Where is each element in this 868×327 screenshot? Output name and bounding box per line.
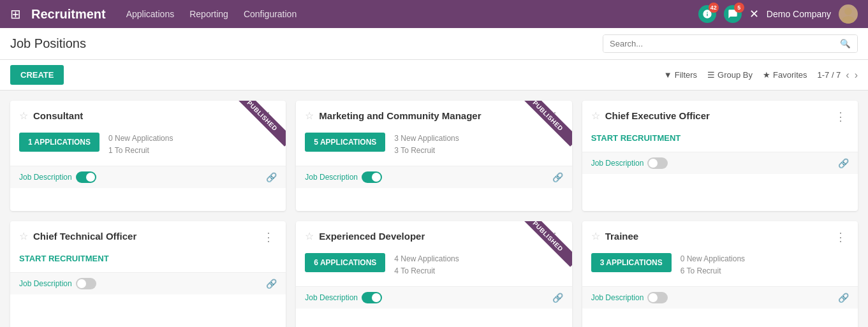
job-desc-section: Job Description (305, 171, 382, 183)
card-footer: Job Description 🔗 (10, 166, 286, 188)
job-desc-toggle[interactable] (647, 157, 668, 169)
menu-item-reporting[interactable]: Reporting (189, 9, 228, 19)
external-link-icon[interactable]: 🔗 (838, 293, 849, 303)
card-footer: Job Description 🔗 (296, 286, 571, 309)
activity-badge: 42 (709, 3, 719, 13)
favorite-star-icon[interactable]: ☆ (19, 110, 28, 122)
app-stats: 0 New Applications 1 To Recruit (108, 133, 173, 157)
external-link-icon[interactable]: 🔗 (266, 279, 277, 289)
close-icon[interactable]: ✕ (749, 7, 759, 21)
app-stats: 4 New Applications 4 To Recruit (394, 253, 459, 277)
job-desc-section: Job Description (305, 292, 382, 303)
external-link-icon[interactable]: 🔗 (552, 172, 563, 182)
applications-button[interactable]: 6 APPLICATIONS (305, 253, 385, 272)
favorite-star-icon[interactable]: ☆ (305, 230, 314, 242)
new-apps: 0 New Applications (680, 253, 745, 265)
search-input[interactable] (603, 35, 834, 52)
activity-button[interactable]: 42 (698, 5, 716, 23)
menu-item-configuration[interactable]: Configuration (244, 9, 297, 19)
app-stats: 0 New Applications 6 To Recruit (680, 253, 745, 277)
start-recruitment-link[interactable]: START RECRUITMENT (19, 254, 109, 263)
kanban-grid: PUBLISHED ☆ Consultant ⋮ 1 APPLICATIONS … (0, 91, 868, 327)
messages-button[interactable]: 5 (724, 5, 742, 23)
favorite-star-icon[interactable]: ☆ (591, 230, 600, 242)
card-title-row: ☆ Trainee (591, 230, 639, 242)
card-menu-icon[interactable]: ⋮ (832, 230, 849, 244)
job-desc-label: Job Description (19, 279, 72, 288)
svg-point-1 (842, 16, 855, 24)
favorite-star-icon[interactable]: ☆ (591, 110, 600, 122)
prev-page-button[interactable]: ‹ (846, 69, 849, 81)
card-body: START RECRUITMENT (10, 244, 286, 272)
svg-point-0 (844, 8, 852, 15)
card-footer: Job Description 🔗 (582, 286, 858, 309)
card-title: Trainee (605, 231, 639, 242)
to-recruit: 3 To Recruit (394, 145, 459, 157)
topnav-right: 42 5 ✕ Demo Company (698, 4, 858, 24)
main-menu: Applications Reporting Configuration (126, 9, 688, 19)
favorite-star-icon[interactable]: ☆ (305, 110, 314, 122)
kanban-card-consultant: PUBLISHED ☆ Consultant ⋮ 1 APPLICATIONS … (10, 101, 286, 211)
job-desc-label: Job Description (591, 159, 644, 168)
applications-button[interactable]: 3 APPLICATIONS (591, 253, 672, 272)
job-desc-toggle[interactable] (76, 171, 96, 183)
kanban-card-trainee: ☆ Trainee ⋮ 3 APPLICATIONS 0 New Applica… (582, 221, 858, 328)
card-header: ☆ Chief Technical Officer ⋮ (10, 221, 286, 244)
grid-icon[interactable]: ⊞ (10, 6, 21, 22)
kanban-card-experienced-dev: PUBLISHED ☆ Experienced Developer ⋮ 6 AP… (296, 221, 571, 328)
app-stats: 3 New Applications 3 To Recruit (394, 133, 459, 157)
job-desc-toggle[interactable] (362, 292, 382, 303)
card-body: 3 APPLICATIONS 0 New Applications 6 To R… (582, 244, 858, 286)
favorite-star-icon[interactable]: ☆ (19, 230, 28, 242)
search-button[interactable]: 🔍 (834, 35, 857, 52)
start-recruitment-link[interactable]: START RECRUITMENT (591, 133, 681, 143)
card-title: Chief Technical Officer (33, 231, 136, 242)
card-header: ☆ Chief Executive Officer ⋮ (582, 101, 858, 124)
new-apps: 3 New Applications (394, 133, 459, 145)
card-footer: Job Description 🔗 (582, 152, 858, 174)
job-desc-section: Job Description (591, 292, 668, 303)
card-footer: Job Description 🔗 (10, 272, 286, 294)
card-title-row: ☆ Experienced Developer (305, 230, 425, 242)
toolbar-filters: ▼ Filters ☰ Group By ★ Favorites 1-7 / 7… (664, 69, 858, 81)
company-name[interactable]: Demo Company (767, 9, 831, 19)
job-desc-toggle[interactable] (647, 292, 668, 303)
published-label: PUBLISHED (521, 101, 572, 147)
job-desc-toggle[interactable] (76, 278, 96, 289)
card-title-row: ☆ Marketing and Community Manager (305, 110, 481, 122)
search-bar: 🔍 (603, 34, 858, 53)
group-by-button[interactable]: ☰ Group By (707, 70, 753, 80)
to-recruit: 1 To Recruit (108, 145, 173, 157)
job-desc-toggle[interactable] (362, 171, 382, 183)
card-header: ☆ Trainee ⋮ (582, 221, 858, 244)
job-desc-label: Job Description (591, 293, 644, 302)
star-icon: ★ (763, 70, 770, 80)
job-desc-section: Job Description (19, 278, 96, 289)
card-footer: Job Description 🔗 (296, 166, 571, 188)
to-recruit: 4 To Recruit (394, 265, 459, 277)
card-body: START RECRUITMENT (582, 124, 858, 152)
to-recruit: 6 To Recruit (680, 265, 745, 277)
applications-button[interactable]: 1 APPLICATIONS (19, 133, 99, 152)
job-desc-label: Job Description (305, 173, 358, 182)
filters-button[interactable]: ▼ Filters (664, 70, 697, 80)
user-avatar[interactable] (839, 4, 858, 24)
card-menu-icon[interactable]: ⋮ (260, 230, 277, 244)
job-desc-section: Job Description (591, 157, 668, 169)
create-button[interactable]: CREATE (10, 65, 64, 85)
page-title: Job Positions (10, 36, 86, 51)
external-link-icon[interactable]: 🔗 (552, 293, 563, 303)
subheader: Job Positions 🔍 (0, 28, 868, 60)
toolbar: CREATE ▼ Filters ☰ Group By ★ Favorites … (0, 60, 868, 91)
menu-item-applications[interactable]: Applications (126, 9, 175, 19)
card-menu-icon[interactable]: ⋮ (832, 110, 849, 124)
favorites-button[interactable]: ★ Favorites (763, 70, 807, 80)
next-page-button[interactable]: › (855, 69, 858, 81)
external-link-icon[interactable]: 🔗 (266, 172, 277, 182)
external-link-icon[interactable]: 🔗 (838, 158, 849, 168)
messages-badge: 5 (734, 3, 744, 13)
applications-button[interactable]: 5 APPLICATIONS (305, 133, 385, 152)
new-apps: 0 New Applications (108, 133, 173, 145)
job-desc-section: Job Description (19, 171, 96, 183)
card-title: Chief Executive Officer (605, 110, 710, 121)
